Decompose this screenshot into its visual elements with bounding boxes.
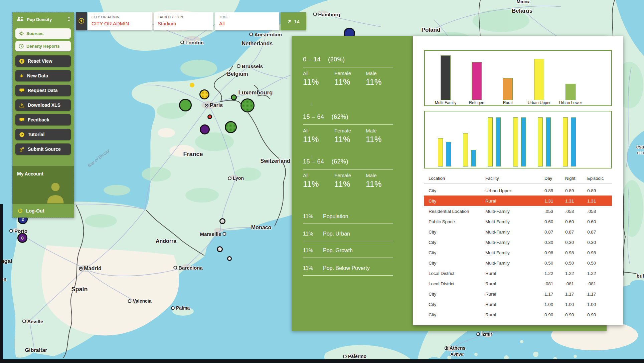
table-header-facility[interactable]: Facility [485, 176, 499, 181]
city-dot-icon [9, 229, 13, 233]
map-marker[interactable] [217, 246, 223, 252]
table-row[interactable]: Local DistrictRural1.221.221.22 [424, 268, 612, 278]
download-icon [19, 103, 24, 108]
map-marker[interactable] [227, 256, 232, 261]
sidebar-action-submit-source[interactable]: Submit Source [15, 143, 71, 155]
table-row[interactable]: CityMulti-Family0.870.870.87 [424, 227, 612, 237]
collapse-filters-button[interactable] [76, 12, 87, 30]
age-col-value: 11% [334, 135, 366, 144]
divider [303, 241, 393, 241]
bar-group4-blue[interactable] [521, 117, 526, 166]
layer-selector[interactable]: Pop Density [12, 12, 74, 26]
map-label-i-zmir: İzmir [476, 331, 492, 337]
logout-button[interactable]: Log-Out [12, 204, 74, 218]
map-marker-0[interactable]: 0 [17, 233, 27, 243]
bar-group4-yellow[interactable] [513, 117, 518, 166]
table-row[interactable]: Residential LocationMulti-Family.053.053… [424, 206, 612, 216]
table-row[interactable]: CityRural1.001.001.00 [424, 299, 612, 309]
sidebar-action-new-data[interactable]: New Data [15, 70, 71, 81]
map-marker[interactable] [207, 114, 212, 119]
table-cell: 1.31 [544, 198, 553, 203]
table-cell: 1.00 [544, 302, 553, 307]
age-share: (62%) [332, 113, 349, 120]
layer-title: Pop Density [27, 17, 65, 22]
map-marker[interactable] [219, 218, 225, 224]
sidebar-action-request-data[interactable]: Request Data [15, 85, 71, 96]
table-header-location[interactable]: Location [429, 176, 445, 181]
logout-label: Log-Out [26, 208, 44, 214]
map-marker[interactable] [240, 98, 255, 112]
city-dot-icon [180, 41, 184, 44]
report-panel: Multi-FamilyRefugeeRuralUrban UpperUrban… [413, 36, 623, 325]
bar-urban-upper[interactable] [534, 59, 544, 100]
scroll-down-icon[interactable]: ↓ [310, 101, 313, 106]
action-label: Reset View [28, 58, 52, 64]
bar-group2-yellow[interactable] [463, 133, 468, 166]
table-header-night[interactable]: Night [565, 176, 575, 181]
map-marker[interactable] [190, 83, 194, 87]
bar-urban-lower[interactable] [566, 84, 576, 100]
table-row[interactable]: CityRural0.900.900.90 [424, 309, 612, 320]
table-cell: Multi-Family [485, 250, 510, 255]
table-cell: 0.60 [544, 219, 553, 224]
table-header-episodic[interactable]: Episodic [587, 176, 604, 181]
bar-multi-family[interactable] [441, 55, 451, 100]
bar-rural[interactable] [503, 78, 513, 100]
table-cell: 1.22 [565, 271, 574, 276]
filter-time[interactable]: TIMEAll [215, 12, 279, 30]
table-cell: .053 [565, 209, 574, 214]
table-row[interactable]: Public SpaceMulti-Family0.600.600.60 [424, 216, 612, 227]
sidebar-nav-density-reports[interactable]: Density Reports [15, 41, 71, 51]
sidebar-action-download-xls[interactable]: Download XLS [15, 99, 71, 111]
map-marker[interactable] [199, 89, 209, 99]
bar-group6-yellow[interactable] [563, 117, 568, 166]
scroll-down-icon[interactable]: ↓ [310, 153, 313, 158]
bar-group5-yellow[interactable] [538, 117, 543, 166]
map-label-athens: Athens [445, 345, 465, 351]
map-marker[interactable] [231, 94, 237, 100]
filter-city-or-admin[interactable]: CITY OR ADMINCITY OR ADMIN [88, 12, 152, 30]
bar-group5-blue[interactable] [546, 117, 551, 166]
map-label-palermo: Palermo [343, 354, 366, 359]
divider [303, 124, 393, 125]
table-row[interactable]: CityRural1.171.171.17 [424, 289, 612, 299]
table-cell: 0.90 [544, 312, 553, 317]
bar-group2-blue[interactable] [471, 150, 476, 166]
map-marker[interactable] [179, 99, 192, 111]
city-dot-icon [128, 299, 131, 303]
table-row[interactable]: CityUrban Upper0.890.890.89 [424, 185, 612, 196]
table-header-day[interactable]: Day [544, 176, 552, 181]
table-row[interactable]: CityRural1.311.311.31 [424, 196, 612, 206]
map-marker[interactable] [200, 124, 210, 134]
divider [303, 275, 393, 276]
bar-group3-yellow[interactable] [488, 117, 493, 166]
map-label-porto: Porto [9, 228, 27, 234]
table-row[interactable]: CityMulti-Family0.300.300.30 [424, 237, 612, 247]
pop-stat-label: Population [323, 214, 348, 220]
people-icon [16, 16, 24, 23]
bar-group1-blue[interactable] [446, 142, 451, 166]
sidebar-action-feedback[interactable]: Feedback [15, 114, 71, 125]
sidebar-action-reset-view[interactable]: Reset View [15, 55, 71, 67]
age-range: 0 – 14 [303, 56, 321, 63]
table-row[interactable]: CityMulti-Family0.500.500.50 [424, 258, 612, 268]
arrow-up-ring-icon [78, 18, 84, 25]
map-marker[interactable] [225, 121, 237, 133]
sidebar-action-tutorial[interactable]: ?Tutorial [15, 129, 71, 140]
table-row[interactable]: Local DistrictRural.081.081.081 [424, 278, 612, 289]
avatar[interactable] [45, 180, 66, 204]
pin-count-button[interactable]: 14 [281, 12, 306, 30]
filter-facility-type[interactable]: FACILITY TYPEStadium [154, 12, 213, 30]
divider [424, 183, 612, 184]
bar-group6-blue[interactable] [571, 117, 576, 166]
bar-group1-yellow[interactable] [438, 138, 443, 166]
age-share: (20%) [328, 56, 345, 63]
bar-refugee[interactable] [472, 62, 482, 100]
map-label-lyon: Lyon [228, 175, 244, 181]
table-cell: .081 [544, 281, 553, 286]
table-row[interactable]: CityMulti-Family0.980.980.98 [424, 247, 612, 258]
nav-label: Sources [26, 31, 43, 36]
bar-label: Rural [503, 100, 513, 105]
sidebar-nav-sources[interactable]: Sources [15, 28, 71, 39]
bar-group3-blue[interactable] [496, 117, 501, 166]
